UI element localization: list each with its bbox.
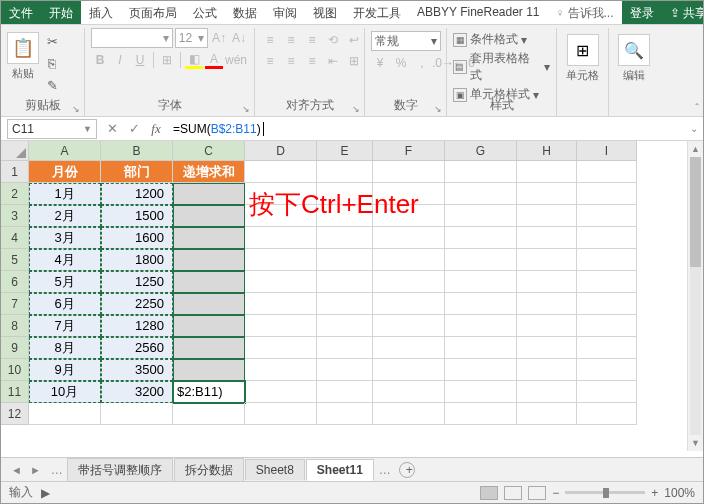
format-painter-button[interactable]: ✎ <box>43 76 61 94</box>
decrease-indent-button[interactable]: ⇤ <box>324 52 342 70</box>
row-header[interactable]: 3 <box>1 205 29 227</box>
sheet-tab[interactable]: 拆分数据 <box>174 458 244 482</box>
tab-data[interactable]: 数据 <box>225 1 265 24</box>
cell[interactable] <box>317 293 373 315</box>
border-button[interactable]: ⊞ <box>158 51 176 69</box>
cell[interactable]: 3月 <box>29 227 101 249</box>
cells-button[interactable]: ⊞ <box>567 34 599 66</box>
cell[interactable] <box>445 315 517 337</box>
cell[interactable] <box>245 161 317 183</box>
row-header[interactable]: 6 <box>1 271 29 293</box>
decrease-font-button[interactable]: A↓ <box>230 29 248 47</box>
cell[interactable]: 1500 <box>101 205 173 227</box>
cell[interactable] <box>577 183 637 205</box>
cell[interactable] <box>245 293 317 315</box>
cell[interactable] <box>373 249 445 271</box>
font-name-combo[interactable]: ▾ <box>91 28 173 48</box>
currency-button[interactable]: ¥ <box>371 54 389 72</box>
column-header[interactable]: F <box>373 141 445 161</box>
cell[interactable] <box>445 337 517 359</box>
cell[interactable] <box>517 403 577 425</box>
align-middle-button[interactable]: ≡ <box>282 31 300 49</box>
zoom-out-button[interactable]: − <box>552 486 559 500</box>
cell[interactable] <box>517 315 577 337</box>
pagebreak-view-button[interactable] <box>528 486 546 500</box>
cell[interactable] <box>577 293 637 315</box>
cell[interactable] <box>445 293 517 315</box>
cell[interactable] <box>373 337 445 359</box>
cell[interactable]: 3200 <box>101 381 173 403</box>
cell[interactable] <box>245 337 317 359</box>
cell[interactable] <box>373 403 445 425</box>
cell[interactable]: 2560 <box>101 337 173 359</box>
tab-view[interactable]: 视图 <box>305 1 345 24</box>
bold-button[interactable]: B <box>91 51 109 69</box>
cell[interactable] <box>577 359 637 381</box>
cancel-formula-button[interactable]: ✕ <box>101 121 123 136</box>
conditional-formatting-button[interactable]: ▦条件格式 ▾ <box>453 31 550 48</box>
cell[interactable] <box>245 381 317 403</box>
cell[interactable] <box>173 403 245 425</box>
cell[interactable]: 5月 <box>29 271 101 293</box>
cell[interactable] <box>317 227 373 249</box>
cell[interactable] <box>445 381 517 403</box>
number-launcher[interactable]: ↘ <box>434 104 442 114</box>
align-left-button[interactable]: ≡ <box>261 52 279 70</box>
row-header[interactable]: 8 <box>1 315 29 337</box>
cell[interactable] <box>317 359 373 381</box>
align-top-button[interactable]: ≡ <box>261 31 279 49</box>
cell[interactable] <box>245 183 317 205</box>
name-box[interactable]: C11▼ <box>7 119 97 139</box>
row-header[interactable]: 2 <box>1 183 29 205</box>
cell[interactable] <box>317 403 373 425</box>
vertical-scrollbar[interactable]: ▲ ▼ <box>687 141 703 451</box>
sheet-tab-active[interactable]: Sheet11 <box>306 459 374 481</box>
cell[interactable] <box>373 359 445 381</box>
cell[interactable] <box>245 205 317 227</box>
scroll-up-arrow[interactable]: ▲ <box>688 141 703 157</box>
cell[interactable] <box>577 315 637 337</box>
tab-share[interactable]: ⇪ 共享 <box>662 1 704 24</box>
comma-button[interactable]: , <box>413 54 431 72</box>
cell[interactable] <box>517 293 577 315</box>
cell[interactable] <box>173 271 245 293</box>
editing-button[interactable]: 🔍 <box>618 34 650 66</box>
cell[interactable] <box>245 249 317 271</box>
cell[interactable] <box>29 403 101 425</box>
sheet-more-left[interactable]: … <box>51 463 63 477</box>
cell[interactable] <box>317 205 373 227</box>
cell[interactable]: 1280 <box>101 315 173 337</box>
zoom-slider[interactable] <box>565 491 645 494</box>
cell[interactable] <box>373 271 445 293</box>
cell[interactable]: 1月 <box>29 183 101 205</box>
cell[interactable] <box>173 205 245 227</box>
cell[interactable] <box>373 293 445 315</box>
cell[interactable]: 3500 <box>101 359 173 381</box>
cell[interactable] <box>577 227 637 249</box>
font-launcher[interactable]: ↘ <box>242 104 250 114</box>
cell[interactable] <box>373 161 445 183</box>
tab-home[interactable]: 开始 <box>41 1 81 24</box>
number-format-combo[interactable]: 常规▾ <box>371 31 441 51</box>
tab-login[interactable]: 登录 <box>622 1 662 24</box>
tab-abbyy[interactable]: ABBYY FineReader 11 <box>409 1 548 24</box>
merge-button[interactable]: ⊞ <box>345 52 363 70</box>
cell[interactable] <box>373 227 445 249</box>
cell[interactable] <box>245 271 317 293</box>
pagelayout-view-button[interactable] <box>504 486 522 500</box>
cell[interactable] <box>577 161 637 183</box>
cell[interactable] <box>445 205 517 227</box>
cell[interactable] <box>173 359 245 381</box>
cell[interactable] <box>317 249 373 271</box>
cell[interactable]: 10月 <box>29 381 101 403</box>
cell[interactable]: 7月 <box>29 315 101 337</box>
tab-tellme[interactable]: ♀告诉我... <box>548 1 622 24</box>
wrap-text-button[interactable]: ↩ <box>345 31 363 49</box>
cell[interactable]: 8月 <box>29 337 101 359</box>
cell[interactable]: 9月 <box>29 359 101 381</box>
cell[interactable] <box>173 337 245 359</box>
sheet-tab[interactable]: Sheet8 <box>245 459 305 480</box>
scroll-thumb[interactable] <box>690 157 701 267</box>
add-sheet-button[interactable]: + <box>399 462 415 478</box>
percent-button[interactable]: % <box>392 54 410 72</box>
